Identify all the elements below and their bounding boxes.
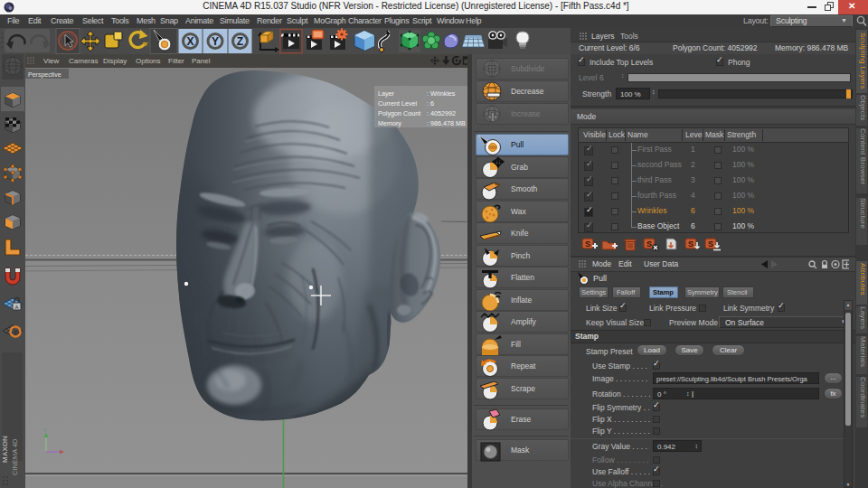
svg-text:: 6: : 6 bbox=[427, 99, 434, 108]
svg-text:Perspective: Perspective bbox=[28, 71, 61, 79]
svg-text:A: A bbox=[14, 305, 18, 310]
svg-text:Current Level: Current Level bbox=[378, 99, 418, 108]
svg-text:X: X bbox=[186, 35, 193, 48]
svg-text:MAXON: MAXON bbox=[1, 436, 9, 463]
svg-text:: 986.478 MB: : 986.478 MB bbox=[427, 119, 466, 127]
svg-text:Y: Y bbox=[212, 35, 219, 48]
svg-text:Layer: Layer bbox=[378, 89, 395, 98]
svg-text:: Wrinkles: : Wrinkles bbox=[427, 89, 456, 98]
svg-text:Memory: Memory bbox=[378, 119, 401, 127]
svg-text:: 4052992: : 4052992 bbox=[427, 109, 456, 117]
svg-text:Polygon Count: Polygon Count bbox=[378, 109, 420, 117]
svg-text:Z: Z bbox=[237, 35, 243, 48]
svg-text:CINEMA 4D: CINEMA 4D bbox=[11, 438, 19, 475]
